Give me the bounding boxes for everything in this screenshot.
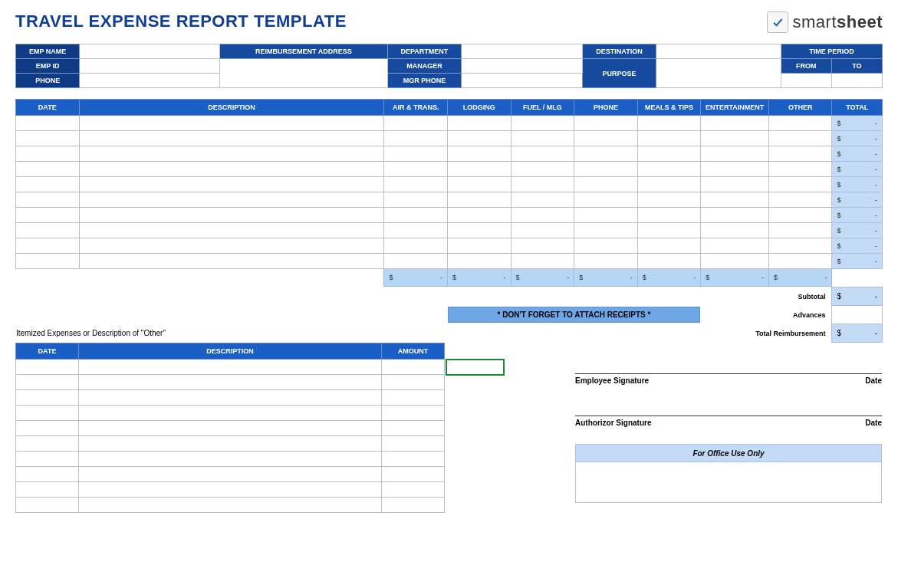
destination-field[interactable] bbox=[656, 44, 781, 59]
expense-cell[interactable] bbox=[79, 116, 384, 131]
from-field[interactable] bbox=[781, 74, 831, 88]
expense-cell[interactable] bbox=[16, 238, 80, 254]
expense-cell[interactable] bbox=[16, 208, 80, 223]
expense-cell[interactable] bbox=[384, 131, 448, 146]
itemized-cell[interactable] bbox=[79, 360, 382, 375]
expense-cell[interactable] bbox=[79, 192, 384, 208]
expense-cell[interactable] bbox=[574, 162, 638, 177]
expense-cell[interactable] bbox=[384, 177, 448, 192]
expense-cell[interactable] bbox=[574, 192, 638, 208]
itemized-cell[interactable] bbox=[79, 498, 382, 513]
expense-cell[interactable] bbox=[447, 177, 511, 192]
expense-cell[interactable] bbox=[16, 116, 80, 131]
expense-cell[interactable] bbox=[701, 223, 769, 238]
itemized-cell[interactable] bbox=[16, 436, 79, 452]
expense-cell[interactable] bbox=[768, 192, 832, 208]
expense-cell[interactable] bbox=[768, 131, 832, 146]
manager-field[interactable] bbox=[462, 59, 583, 74]
expense-cell[interactable] bbox=[701, 192, 769, 208]
itemized-cell[interactable] bbox=[79, 390, 382, 406]
expense-cell[interactable] bbox=[16, 254, 80, 269]
expense-cell[interactable] bbox=[574, 116, 638, 131]
expense-cell[interactable] bbox=[768, 146, 832, 162]
expense-cell[interactable] bbox=[16, 131, 80, 146]
emp-name-field[interactable] bbox=[80, 44, 220, 59]
expense-cell[interactable] bbox=[574, 223, 638, 238]
expense-cell[interactable] bbox=[574, 146, 638, 162]
expense-cell[interactable] bbox=[79, 223, 384, 238]
expense-cell[interactable] bbox=[16, 177, 80, 192]
expense-cell[interactable] bbox=[511, 177, 574, 192]
expense-cell[interactable] bbox=[79, 238, 384, 254]
itemized-cell[interactable] bbox=[382, 436, 445, 452]
expense-cell[interactable] bbox=[16, 162, 80, 177]
expense-cell[interactable] bbox=[511, 146, 574, 162]
expense-cell[interactable] bbox=[511, 162, 574, 177]
expense-cell[interactable] bbox=[574, 131, 638, 146]
expense-cell[interactable] bbox=[447, 238, 511, 254]
expense-cell[interactable] bbox=[384, 192, 448, 208]
expense-cell[interactable] bbox=[384, 238, 448, 254]
expense-cell[interactable] bbox=[16, 146, 80, 162]
expense-cell[interactable] bbox=[768, 238, 832, 254]
expense-cell[interactable] bbox=[768, 208, 832, 223]
expense-cell[interactable] bbox=[79, 162, 384, 177]
expense-cell[interactable] bbox=[701, 146, 769, 162]
itemized-cell[interactable] bbox=[382, 406, 445, 421]
expense-cell[interactable] bbox=[511, 208, 574, 223]
expense-cell[interactable] bbox=[79, 208, 384, 223]
expense-cell[interactable] bbox=[79, 146, 384, 162]
reimb-addr-field[interactable] bbox=[220, 59, 387, 88]
itemized-cell[interactable] bbox=[79, 406, 382, 421]
itemized-cell[interactable] bbox=[16, 390, 79, 406]
expense-cell[interactable] bbox=[511, 223, 574, 238]
emp-id-field[interactable] bbox=[80, 59, 220, 74]
expense-cell[interactable] bbox=[447, 116, 511, 131]
itemized-cell[interactable] bbox=[79, 421, 382, 436]
expense-cell[interactable] bbox=[511, 254, 574, 269]
itemized-cell[interactable] bbox=[16, 452, 79, 467]
expense-cell[interactable] bbox=[384, 254, 448, 269]
expense-cell[interactable] bbox=[511, 192, 574, 208]
expense-cell[interactable] bbox=[447, 192, 511, 208]
itemized-cell[interactable] bbox=[16, 375, 79, 390]
itemized-cell[interactable] bbox=[16, 498, 79, 513]
to-field[interactable] bbox=[831, 74, 882, 88]
itemized-cell[interactable] bbox=[382, 467, 445, 482]
itemized-cell[interactable] bbox=[382, 498, 445, 513]
expense-cell[interactable] bbox=[79, 254, 384, 269]
expense-cell[interactable] bbox=[574, 177, 638, 192]
expense-cell[interactable] bbox=[637, 238, 701, 254]
itemized-cell[interactable] bbox=[79, 452, 382, 467]
expense-cell[interactable] bbox=[511, 116, 574, 131]
office-use-field[interactable] bbox=[576, 462, 882, 503]
expense-cell[interactable] bbox=[701, 116, 769, 131]
expense-cell[interactable] bbox=[701, 254, 769, 269]
purpose-field[interactable] bbox=[656, 59, 781, 88]
expense-cell[interactable] bbox=[637, 131, 701, 146]
expense-cell[interactable] bbox=[574, 254, 638, 269]
itemized-cell[interactable] bbox=[16, 467, 79, 482]
expense-cell[interactable] bbox=[447, 131, 511, 146]
expense-cell[interactable] bbox=[384, 208, 448, 223]
itemized-cell[interactable] bbox=[79, 482, 382, 498]
itemized-cell[interactable] bbox=[79, 375, 382, 390]
department-field[interactable] bbox=[462, 44, 583, 59]
expense-cell[interactable] bbox=[447, 254, 511, 269]
expense-cell[interactable] bbox=[637, 208, 701, 223]
itemized-cell[interactable] bbox=[382, 390, 445, 406]
expense-cell[interactable] bbox=[384, 223, 448, 238]
phone-field[interactable] bbox=[80, 74, 220, 88]
expense-cell[interactable] bbox=[637, 116, 701, 131]
itemized-cell[interactable] bbox=[382, 360, 445, 375]
itemized-cell[interactable] bbox=[79, 436, 382, 452]
itemized-cell[interactable] bbox=[16, 406, 79, 421]
itemized-cell[interactable] bbox=[79, 467, 382, 482]
expense-cell[interactable] bbox=[637, 177, 701, 192]
expense-cell[interactable] bbox=[701, 238, 769, 254]
expense-cell[interactable] bbox=[768, 162, 832, 177]
expense-cell[interactable] bbox=[511, 238, 574, 254]
expense-cell[interactable] bbox=[447, 146, 511, 162]
itemized-cell[interactable] bbox=[382, 452, 445, 467]
expense-cell[interactable] bbox=[16, 223, 80, 238]
